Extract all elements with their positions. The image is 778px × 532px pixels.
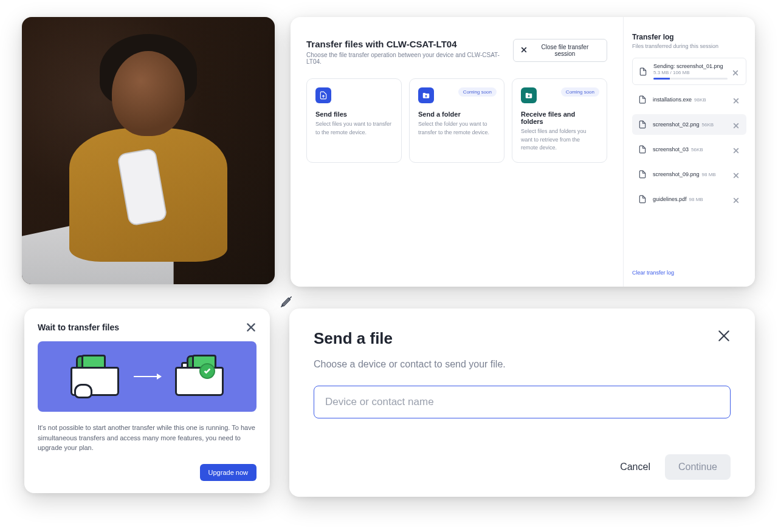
card-description: Select files and folders you want to ret… [521,128,598,152]
file-icon [637,94,648,105]
log-file-size: 56KB [691,147,703,152]
close-transfer-session-label: Close file transfer session [531,44,599,57]
remove-log-item-icon[interactable] [733,95,742,104]
send-modal-title: Send a file [314,329,393,348]
no-edit-icon [280,295,293,309]
log-item[interactable]: screenshot_09.png98 MB [632,164,746,185]
transfer-card-receive-files-and-folders[interactable]: Coming soonReceive files and foldersSele… [512,78,607,163]
remove-log-item-icon[interactable] [733,170,742,179]
remove-log-item-icon[interactable] [732,67,741,76]
remove-log-item-icon[interactable] [733,120,742,129]
coming-soon-badge: Coming soon [561,87,599,97]
cancel-button[interactable]: Cancel [615,454,655,480]
log-file-name: installations.exe98KB [653,97,728,103]
transfer-log-title: Transfer log [632,33,746,41]
log-file-size: 56KB [702,122,714,128]
log-file-size: 98 MB [702,172,716,177]
card-title: Receive files and folders [521,111,598,125]
file-icon [638,66,649,77]
transfer-title: Transfer files with CLW-CSAT-LT04 [306,39,513,49]
log-item[interactable]: screenshot_02.png56KB [632,114,746,135]
coming-soon-badge: Coming soon [458,87,497,97]
close-transfer-session-button[interactable]: Close file transfer session [513,39,607,62]
progress-bar [653,78,728,80]
transfer-card-send-a-folder[interactable]: Coming soonSend a folderSelect the folde… [409,78,504,163]
continue-button[interactable]: Continue [665,454,731,480]
card-description: Select the folder you want to transfer t… [418,120,495,137]
transfer-panel: Transfer files with CLW-CSAT-LT04 Choose… [291,17,755,287]
file-icon [637,194,648,205]
file-icon [637,119,648,130]
log-file-progress-text: 5.3 MB / 106 MB [653,70,728,75]
card-title: Send files [315,111,393,118]
clear-transfer-log-link[interactable]: Clear transfer log [632,264,746,276]
log-file-size: 98KB [694,97,706,103]
transfer-subtitle: Choose the file transfer operation betwe… [306,52,513,65]
card-description: Select files you want to transfer to the… [315,120,393,137]
wait-modal-body: It's not possible to start another trans… [38,423,256,453]
wait-illustration [38,341,256,412]
file-icon [637,144,648,155]
card-title: Send a folder [418,111,495,118]
log-file-size: 98 MB [689,197,703,202]
folder-upload-icon [418,87,434,103]
upgrade-now-button[interactable]: Upgrade now [200,464,256,481]
remove-log-item-icon[interactable] [733,145,742,154]
svg-line-14 [281,297,292,307]
log-file-name: screenshot_0356KB [653,146,728,152]
log-file-name: screenshot_02.png56KB [653,121,728,128]
wait-modal-title: Wait to transfer files [38,322,119,332]
log-file-name: guidelines.pdf98 MB [653,196,728,202]
folder-download-icon [521,87,537,103]
close-icon [521,47,527,54]
hero-photo [22,17,275,284]
file-upload-icon [315,87,331,103]
transfer-log-subtitle: Files transferred during this session [632,43,746,49]
log-item[interactable]: installations.exe98KB [632,89,746,110]
log-file-name: Sending: screenshot_01.png [653,63,728,69]
log-item[interactable]: screenshot_0356KB [632,139,746,160]
send-modal-subtitle: Choose a device or contact to send your … [314,359,731,370]
wait-transfer-modal: Wait to transfer files It's not [24,309,270,493]
log-item[interactable]: guidelines.pdf98 MB [632,189,746,210]
device-contact-input[interactable] [314,386,731,418]
close-icon[interactable] [717,329,731,343]
file-icon [637,169,648,180]
log-item[interactable]: Sending: screenshot_01.png5.3 MB / 106 M… [632,58,746,85]
log-file-name: screenshot_09.png98 MB [653,171,728,177]
close-icon[interactable] [246,322,256,333]
remove-log-item-icon[interactable] [733,195,742,203]
check-icon [199,363,215,379]
transfer-card-send-files[interactable]: Send filesSelect files you want to trans… [306,78,402,163]
send-file-modal: Send a file Choose a device or contact t… [289,309,755,497]
